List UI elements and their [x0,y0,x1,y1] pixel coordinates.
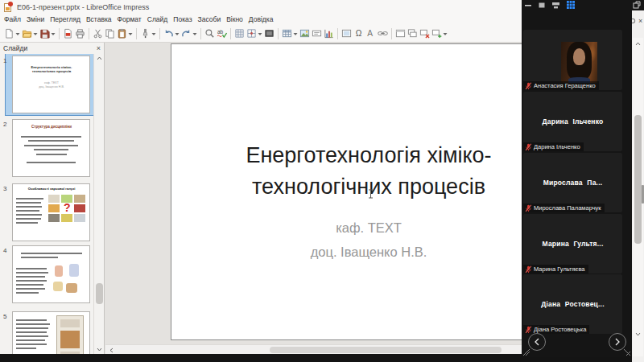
resize-grip[interactable] [523,349,530,356]
minimize-icon[interactable] [525,2,532,9]
slide-canvas[interactable]: Енерготехнологія хіміко-технологічних пр… [171,43,567,340]
slide-thumbnail-1[interactable]: Енерготехнологія хіміко-технологічних пр… [12,56,90,113]
paste-icon[interactable] [116,27,128,41]
scroll-down-icon[interactable] [94,345,105,354]
scroll-up-icon[interactable] [94,54,105,63]
participant-tile-5[interactable]: Діана Ростовец...Діана Ростовецька [523,274,622,334]
menu-item-8[interactable]: Засоби [198,15,221,23]
slide-thumbnail-5[interactable] [12,311,90,354]
new-document-dropdown-icon[interactable] [14,27,21,41]
paste-dropdown-icon[interactable] [127,27,134,41]
copy-icon[interactable] [104,27,116,41]
resize-grip[interactable] [624,349,630,356]
snap-guides-icon[interactable] [246,27,258,41]
participant-name-label: Марина Гультяєва [523,265,588,274]
thumbnail-photo [48,214,60,222]
slide-thumbnail-4[interactable] [12,245,90,303]
speaker-view-icon[interactable] [552,2,560,9]
zoom-video-panel: Діана Ростовец...Діана РостовецькаМарина… [522,0,644,357]
participant-video [561,42,597,83]
fontwork-icon[interactable]: A [365,27,377,41]
popout-icon[interactable] [633,1,641,9]
scrollbar-thumb[interactable] [96,283,103,304]
thumbnail-photo [74,214,85,222]
slide-number: 2 [3,121,6,128]
export-pdf-icon[interactable] [62,27,74,41]
participant-name-label: Анастасия Геращенко [523,81,599,90]
clone-formatting-icon[interactable] [139,27,151,41]
new-slide-dropdown-icon[interactable] [442,27,448,41]
clone-formatting-dropdown-icon[interactable] [151,27,157,41]
insert-image-icon[interactable] [299,27,311,41]
slide-number: 3 [3,185,6,192]
scroll-left-icon[interactable] [107,347,115,353]
slides-panel-title: Слайди [3,44,27,52]
insert-chart-icon[interactable] [323,27,335,41]
participant-tile-3[interactable]: Мирослава Па...Мирослава Паламарчук [523,153,622,212]
participant-name-label: Дарина Ільченко [523,142,584,151]
insert-table-icon[interactable] [281,27,293,41]
duplicate-slide-icon[interactable] [407,27,419,41]
open-folder-icon[interactable] [21,27,33,41]
menu-item-7[interactable]: Показ [173,15,192,23]
appliance-image [56,315,84,354]
snap-guides-dropdown-icon[interactable] [257,27,263,41]
slides-panel: Слайди × 1Енерготехнологія хіміко-технол… [0,43,105,354]
prev-participants-button[interactable] [528,333,546,351]
image-frame-icon[interactable] [341,27,353,41]
toolbar-separator [230,28,231,39]
menu-item-10[interactable]: Довідка [249,15,274,23]
redo-dropdown-icon[interactable] [192,27,198,41]
print-icon[interactable] [74,27,86,41]
slide-number: 4 [3,247,6,254]
window-title: Е06-1-презент.pptx - LibreOffice Impress [17,3,149,11]
menu-item-5[interactable]: Формат [118,15,142,23]
slide-thumbnail-3[interactable]: Особливості харчової галузі? [12,183,90,241]
question-mark: ? [64,201,71,214]
slide-thumbnail-2[interactable]: Структура дисципліни [12,119,90,177]
display-grid-icon[interactable] [233,27,246,41]
restore-icon[interactable] [539,2,546,9]
muted-mic-icon [525,204,532,212]
open-folder-dropdown-icon[interactable] [32,27,39,41]
menu-item-9[interactable]: Вікно [226,15,243,23]
master-slide-icon[interactable] [394,27,407,41]
special-character-icon[interactable]: Ω [353,27,365,41]
insert-textbox-icon[interactable] [311,27,323,41]
find-replace-icon[interactable] [204,27,216,41]
svg-text:A: A [367,29,373,38]
toolbar-separator [59,28,60,39]
new-slide-icon[interactable] [431,27,443,41]
menu-item-3[interactable]: Перегляд [50,15,80,23]
hyperlink-icon[interactable] [377,27,389,41]
save-dropdown-icon[interactable] [50,27,56,41]
new-document-icon[interactable] [3,27,15,41]
participant-tile-1[interactable]: Анастасия Геращенко [523,30,622,90]
slide-number: 1 [3,57,6,64]
cut-icon[interactable] [92,27,104,41]
next-participants-button[interactable] [609,333,626,351]
menu-item-1[interactable]: Файл [4,15,21,23]
undo-dropdown-icon[interactable] [174,27,180,41]
spelling-icon[interactable]: ab [216,27,228,41]
redo-icon[interactable] [180,27,192,41]
delete-slide-icon[interactable] [419,27,431,41]
insert-table-dropdown-icon[interactable] [292,27,299,41]
menu-item-2[interactable]: Зміни [27,15,44,23]
thumbnail-photo [74,204,85,212]
slides-panel-close-icon[interactable]: × [97,44,101,52]
scrollbar-thumb[interactable] [270,347,502,353]
save-icon[interactable] [39,27,51,41]
gallery-view-icon[interactable] [567,1,576,10]
svg-text:ab: ab [217,29,224,35]
participant-tile-4[interactable]: Марина Гультя...Марина Гультяєва [523,214,622,274]
display-views-icon[interactable] [263,27,275,41]
muted-mic-icon [525,326,532,334]
slides-panel-scrollbar[interactable] [93,54,104,354]
participant-tile-2[interactable]: Дарина ІльченкоДарина Ільченко [523,92,622,151]
undo-icon[interactable] [163,27,175,41]
thumbnail-photo [74,195,85,203]
menu-item-4[interactable]: Вставка [86,15,112,23]
thumbnail-photo [61,214,72,222]
menu-item-6[interactable]: Слайд [147,15,168,23]
